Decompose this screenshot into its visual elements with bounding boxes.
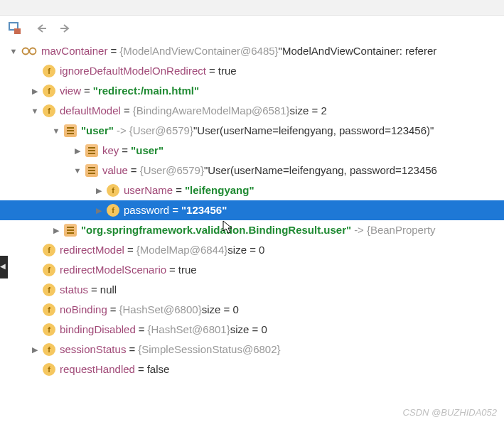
watermark: CSDN @BUZHIDA052	[403, 407, 497, 418]
text-part: =	[209, 61, 215, 81]
chevron-right-icon[interactable]: ▶	[94, 180, 104, 200]
node-redirectModel[interactable]: fredirectModel = {ModelMap@6844} size = …	[0, 240, 504, 260]
text-part: =	[139, 320, 145, 340]
node-status[interactable]: fstatus = null	[0, 280, 504, 300]
svg-point-4	[23, 48, 29, 55]
text-part: ->	[354, 220, 364, 240]
text-part: mavContainer	[41, 41, 107, 61]
text-part: redirectModelScenario	[60, 260, 166, 280]
text-part: "org.springframework.validation.BindingR…	[81, 220, 351, 240]
node-userName[interactable]: ▶fuserName = "leifengyang"	[0, 180, 504, 200]
back-icon[interactable]	[36, 23, 47, 33]
node-bindingDisabled[interactable]: fbindingDisabled = {HashSet@6801} size =…	[0, 320, 504, 340]
text-part: defaultModel	[60, 101, 121, 121]
watch-icon	[21, 45, 37, 58]
text-part: {BeanProperty	[367, 220, 436, 240]
chevron-right-icon[interactable]: ▶	[51, 220, 61, 240]
chevron-down-icon[interactable]: ▼	[51, 121, 61, 141]
chevron-right-icon[interactable]: ▶	[30, 340, 40, 359]
node-bindingResult[interactable]: ▶"org.springframework.validation.Binding…	[0, 220, 504, 240]
text-part: "User(userName=leifengyang, password=123…	[204, 161, 437, 180]
node-defaultModel[interactable]: ▼fdefaultModel = {BindingAwareModelMap@6…	[0, 101, 504, 121]
text-part: =	[110, 41, 117, 61]
text-part: bindingDisabled	[60, 320, 136, 340]
text-part: requestHandled	[60, 359, 135, 379]
chevron-down-icon[interactable]: ▼	[73, 161, 82, 180]
field-icon: f	[43, 303, 55, 316]
text-part: =	[138, 359, 144, 379]
entry-icon	[85, 144, 98, 157]
chevron-down-icon[interactable]: ▼	[9, 41, 18, 61]
text-part: size = 2	[290, 101, 327, 121]
chevron-right-icon[interactable]: ▶	[94, 200, 104, 220]
text-part: {ModelAndViewContainer@6485}	[119, 41, 278, 61]
node-value[interactable]: ▼value = {User@6579} "User(userName=leif…	[0, 161, 504, 180]
node-key[interactable]: ▶key = "user"	[0, 141, 504, 161]
chevron-right-icon[interactable]: ▶	[30, 81, 40, 101]
text-part: {BindingAwareModelMap@6581}	[133, 101, 290, 121]
text-part: true	[178, 260, 197, 280]
text-part: =	[169, 260, 176, 280]
text-part: "user"	[81, 121, 114, 141]
entry-icon	[64, 124, 77, 137]
text-part: "leifengyang"	[185, 180, 254, 200]
svg-point-5	[30, 48, 36, 55]
text-part: size = 0	[230, 320, 267, 340]
text-part: userName	[124, 180, 173, 200]
node-requestHandled[interactable]: frequestHandled = false	[0, 359, 504, 379]
text-part: key	[102, 141, 119, 161]
text-part: "User(userName=leifengyang, password=123…	[193, 121, 434, 141]
text-part: {User@6579}	[129, 121, 193, 141]
top-border	[0, 0, 504, 16]
text-part: view	[60, 81, 81, 101]
text-part: ->	[117, 121, 127, 141]
text-part: =	[122, 141, 128, 161]
capture-icon[interactable]	[9, 22, 23, 35]
text-part: "ModelAndViewContainer: referer	[279, 41, 437, 61]
entry-icon	[64, 224, 77, 237]
field-icon: f	[43, 244, 55, 256]
text-part: =	[91, 280, 97, 300]
field-icon: f	[43, 65, 55, 77]
node-password[interactable]: ▶fpassword = "123456"	[0, 200, 504, 220]
text-part: value	[102, 161, 128, 180]
field-icon: f	[107, 204, 119, 217]
field-icon: f	[43, 283, 55, 296]
node-noBinding[interactable]: fnoBinding = {HashSet@6800} size = 0	[0, 300, 504, 320]
text-part: {SimpleSessionStatus@6802}	[138, 340, 280, 359]
node-view[interactable]: ▶fview = "redirect:/main.html"	[0, 81, 504, 101]
text-part: password	[124, 200, 169, 220]
text-part: =	[124, 101, 130, 121]
field-icon: f	[43, 264, 55, 276]
text-part: {HashSet@6801}	[148, 320, 230, 340]
field-icon: f	[43, 363, 55, 376]
text-part: ignoreDefaultModelOnRedirect	[60, 61, 206, 81]
text-part: size = 0	[227, 240, 264, 260]
field-icon: f	[43, 85, 55, 97]
node-ignoreDefaultModelOnRedirect[interactable]: fignoreDefaultModelOnRedirect = true	[0, 61, 504, 81]
text-part: "redirect:/main.html"	[93, 81, 199, 101]
text-part: null	[100, 280, 117, 300]
forward-icon[interactable]	[60, 23, 71, 33]
field-icon: f	[43, 343, 55, 356]
node-redirectModelScenario[interactable]: fredirectModelScenario = true	[0, 260, 504, 280]
text-part: =	[127, 240, 134, 260]
chevron-down-icon[interactable]: ▼	[30, 101, 40, 121]
node-map-user[interactable]: ▼"user" -> {User@6579} "User(userName=le…	[0, 121, 504, 141]
text-part: =	[84, 81, 90, 101]
text-part: =	[110, 300, 117, 320]
text-part: false	[147, 359, 170, 379]
chevron-right-icon[interactable]: ▶	[73, 141, 82, 161]
node-mavContainer[interactable]: ▼mavContainer = {ModelAndViewContainer@6…	[0, 41, 504, 61]
svg-rect-1	[14, 28, 21, 34]
text-part: {HashSet@6800}	[119, 300, 202, 320]
variable-tree[interactable]: ▼mavContainer = {ModelAndViewContainer@6…	[0, 41, 504, 379]
text-part: noBinding	[60, 300, 107, 320]
text-part: =	[129, 340, 135, 359]
text-part: size = 0	[202, 300, 239, 320]
text-part: "123456"	[181, 200, 227, 220]
left-drawer-handle[interactable]	[0, 256, 8, 278]
nav-bar	[0, 16, 504, 41]
node-sessionStatus[interactable]: ▶fsessionStatus = {SimpleSessionStatus@6…	[0, 340, 504, 359]
entry-icon	[85, 164, 98, 177]
